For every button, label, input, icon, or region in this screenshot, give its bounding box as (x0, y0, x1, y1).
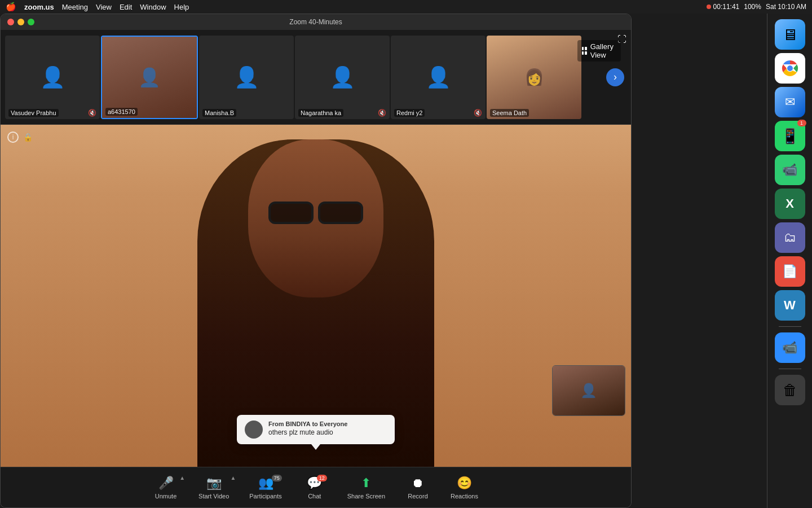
share-screen-button[interactable]: ⬆ Share Screen (337, 472, 395, 503)
mute-icon-nagarathna: 🔇 (378, 109, 386, 117)
record-label: Record (408, 493, 427, 500)
participants-icon: 👥 (258, 476, 273, 491)
reactions-button[interactable]: 😊 Reactions (440, 472, 488, 503)
unmute-label: Unmute (155, 493, 177, 500)
unmute-icon: 🎤 (158, 476, 174, 491)
info-icon[interactable]: i (7, 132, 19, 143)
dock-mail[interactable]: ✉ (775, 87, 805, 117)
participant-tile-redmi[interactable]: 👤 Redmi y2 🔇 (391, 36, 486, 119)
dock-chrome[interactable] (775, 53, 805, 84)
avatar-manisha: 👤 (234, 65, 259, 89)
maximize-button[interactable] (28, 19, 34, 25)
participant-tile-a6431570[interactable]: 👤 a6431570 (101, 36, 198, 119)
pip-window[interactable]: 👤 (552, 365, 625, 416)
participant-name-nagarathna: Nagarathna ka (298, 109, 343, 117)
unmute-button[interactable]: 🎤 Unmute ▲ (143, 472, 188, 503)
participant-name-a6431570: a6431570 (105, 108, 138, 116)
macos-dock: 🖥 ✉ 📱 1 📹 X 🗂 📄 W 📹 🗑 (767, 14, 812, 508)
chat-message-popup: From BINDIYA to Everyone others plz mute… (237, 415, 395, 444)
record-icon: ⏺ (412, 476, 424, 491)
start-video-label: Start Video (198, 493, 229, 500)
next-participants-button[interactable]: › (606, 68, 624, 86)
traffic-lights (7, 19, 34, 25)
avatar-nagarathna: 👤 (330, 65, 355, 89)
chat-badge: 12 (317, 475, 327, 481)
video-info-overlay: i 🔒 (7, 132, 33, 143)
whatsapp-badge: 1 (797, 120, 806, 126)
battery-status: 100% (744, 3, 761, 11)
participants-label: Participants (249, 493, 281, 500)
participant-name-seema: Seema Dath (490, 109, 529, 117)
dock-whatsapp[interactable]: 📱 1 (775, 121, 805, 151)
video-chevron-icon[interactable]: ▲ (230, 475, 236, 481)
share-screen-label: Share Screen (347, 493, 385, 500)
dock-divider-2 (779, 369, 801, 369)
dock-excel[interactable]: X (775, 189, 805, 219)
main-video-area: i 🔒 From BINDIYA to Everyone others plz … (1, 125, 631, 467)
recording-indicator: 00:11:41 (707, 3, 740, 11)
dock-divider (779, 326, 801, 327)
start-video-icon: 📷 (206, 476, 222, 491)
start-video-button[interactable]: 📷 Start Video ▲ (188, 472, 239, 503)
unmute-chevron-icon[interactable]: ▲ (179, 475, 185, 481)
start-video-group: 📷 Start Video ▲ (188, 472, 239, 503)
pip-video-bg: 👤 (553, 366, 625, 415)
chat-label: Chat (308, 493, 321, 500)
menu-meeting[interactable]: Meeting (62, 3, 88, 11)
dock-trash[interactable]: 🗑 (775, 375, 805, 405)
menu-window[interactable]: Window (140, 3, 166, 11)
dock-zoom[interactable]: 📹 (775, 332, 805, 363)
participants-strip: 👤 Vasudev Prabhu 🔇 👤 a6431570 👤 Manisha.… (1, 30, 631, 125)
close-button[interactable] (7, 19, 14, 25)
reactions-icon: 😊 (457, 476, 472, 491)
gallery-view-button[interactable]: Gallery View (577, 40, 621, 62)
titlebar: Zoom 40-Minutes (1, 14, 631, 30)
recording-dot (707, 5, 711, 9)
gallery-view-label: Gallery View (590, 42, 616, 59)
chat-button[interactable]: 💬 12 Chat (292, 472, 337, 503)
participant-name-manisha: Manisha.B (202, 109, 236, 117)
share-screen-icon: ⬆ (361, 476, 371, 491)
participant-tile-manisha[interactable]: 👤 Manisha.B (199, 36, 294, 119)
participants-button[interactable]: 👥 75 Participants (239, 472, 292, 503)
chat-message-text: others plz mute audio (268, 428, 387, 436)
menubar: 🍎 zoom.us Meeting View Edit Window Help … (0, 0, 812, 14)
gallery-grid-icon (582, 47, 587, 55)
app-name: zoom.us (24, 3, 54, 11)
chat-avatar (245, 421, 263, 439)
apple-logo-icon[interactable]: 🍎 (6, 2, 16, 12)
recording-time: 00:11:41 (713, 3, 740, 11)
avatar-vasudev: 👤 (40, 65, 65, 89)
mute-icon-vasudev: 🔇 (88, 109, 96, 117)
dock-teams[interactable]: 🗂 (775, 222, 805, 253)
menu-view[interactable]: View (96, 3, 112, 11)
participant-tile-nagarathna[interactable]: 👤 Nagarathna ka 🔇 (295, 36, 390, 119)
lock-icon[interactable]: 🔒 (23, 133, 33, 142)
avatar-redmi: 👤 (426, 65, 451, 89)
toolbar: 🎤 Unmute ▲ 📷 Start Video ▲ 👥 75 Particip… (1, 467, 631, 507)
svg-point-2 (787, 65, 793, 71)
strip-top-right-controls: Gallery View ⛶ (617, 34, 626, 45)
mute-icon-redmi: 🔇 (474, 109, 482, 117)
dock-pdf[interactable]: 📄 (775, 256, 805, 287)
chat-from-label: From BINDIYA to Everyone (268, 421, 387, 427)
record-button[interactable]: ⏺ Record (395, 472, 440, 503)
menu-edit[interactable]: Edit (120, 3, 132, 11)
dock-word[interactable]: W (775, 290, 805, 321)
window-title: Zoom 40-Minutes (289, 18, 342, 26)
minimize-button[interactable] (17, 19, 24, 25)
participant-name-vasudev: Vasudev Prabhu (8, 109, 59, 117)
dock-finder[interactable]: 🖥 (775, 19, 805, 50)
participant-tile-seema[interactable]: 👩 Seema Dath (487, 36, 581, 119)
reactions-label: Reactions (451, 493, 478, 500)
participant-tile-vasudev[interactable]: 👤 Vasudev Prabhu 🔇 (5, 36, 100, 119)
participant-name-redmi: Redmi y2 (394, 109, 425, 117)
unmute-group: 🎤 Unmute ▲ (143, 472, 188, 503)
menu-help[interactable]: Help (174, 3, 189, 11)
zoom-window: Zoom 40-Minutes 👤 Vasudev Prabhu 🔇 👤 a64… (0, 14, 632, 508)
chat-message-content: From BINDIYA to Everyone others plz mute… (268, 421, 387, 436)
datetime: Sat 10:10 AM (766, 3, 806, 11)
chat-bubble-arrow (311, 444, 320, 450)
participants-badge: 75 (272, 475, 282, 481)
dock-facetime[interactable]: 📹 (775, 155, 805, 185)
